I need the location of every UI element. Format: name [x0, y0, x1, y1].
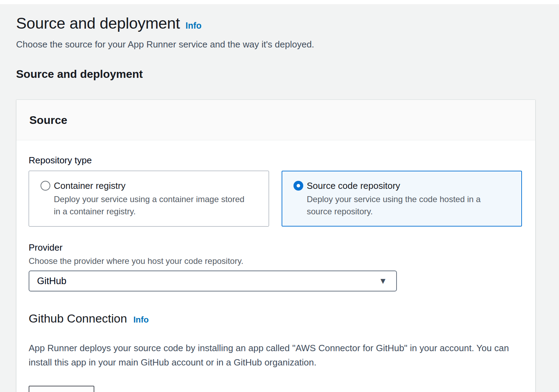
- radio-unselected-icon[interactable]: [41, 181, 50, 191]
- github-connection-section: Github ConnectionInfo App Runner deploys…: [29, 311, 522, 392]
- tile-container-registry[interactable]: Container registry Deploy your service u…: [29, 171, 269, 227]
- repository-type-tiles: Container registry Deploy your service u…: [29, 171, 522, 227]
- github-connection-heading: Github ConnectionInfo: [29, 311, 522, 327]
- repository-type-field: Repository type Container registry Deplo…: [29, 155, 522, 227]
- source-card-body: Repository type Container registry Deplo…: [16, 140, 535, 392]
- source-and-deployment-page: Source and deploymentInfo Choose the sou…: [0, 14, 559, 392]
- provider-description: Choose the provider where you host your …: [29, 256, 522, 266]
- source-card-header: Source: [16, 100, 535, 140]
- tile-source-code-repository[interactable]: Source code repository Deploy your servi…: [282, 171, 522, 227]
- github-connection-heading-text: Github Connection: [29, 312, 127, 325]
- top-strip: [0, 0, 559, 4]
- chevron-down-icon: ▼: [379, 277, 387, 285]
- provider-select-value: GitHub: [37, 276, 66, 287]
- page-title-info-link[interactable]: Info: [186, 21, 202, 30]
- github-connection-body: App Runner deploys your source code by i…: [29, 341, 513, 370]
- source-card-title: Source: [29, 113, 521, 127]
- radio-selected-icon[interactable]: [293, 181, 303, 191]
- page-header: Source and deploymentInfo Choose the sou…: [16, 14, 536, 50]
- tile-source-code-repository-label: Source code repository: [307, 180, 502, 192]
- page-subtitle: Choose the source for your App Runner se…: [16, 38, 536, 50]
- provider-label: Provider: [29, 242, 522, 253]
- page-title: Source and deployment: [16, 14, 180, 32]
- provider-select[interactable]: GitHub ▼: [29, 271, 397, 291]
- tile-text: Source code repository Deploy your servi…: [307, 180, 502, 217]
- tile-container-registry-label: Container registry: [54, 180, 249, 192]
- source-card: Source Repository type Container registr…: [16, 99, 536, 392]
- add-new-button[interactable]: Add new: [29, 386, 94, 392]
- tile-source-code-repository-description: Deploy your service using the code hoste…: [307, 193, 502, 217]
- provider-field: Provider Choose the provider where you h…: [29, 242, 522, 291]
- repository-type-label: Repository type: [29, 155, 522, 166]
- github-connection-info-link[interactable]: Info: [133, 315, 149, 324]
- section-heading: Source and deployment: [16, 68, 536, 81]
- tile-container-registry-description: Deploy your service using a container im…: [54, 193, 249, 217]
- tile-text: Container registry Deploy your service u…: [54, 180, 249, 217]
